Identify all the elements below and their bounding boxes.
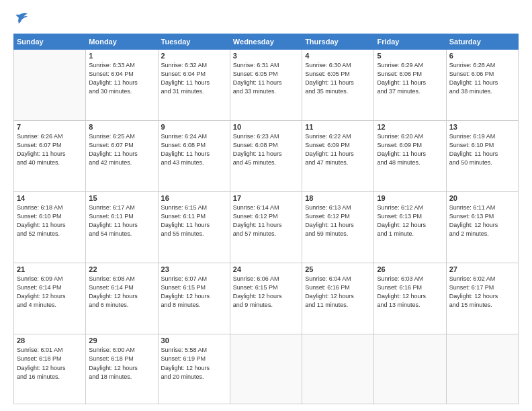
day-number: 11	[305, 123, 371, 131]
day-info: Sunrise: 6:12 AM Sunset: 6:13 PM Dayligh…	[377, 203, 443, 238]
day-number: 12	[377, 123, 443, 131]
day-info: Sunrise: 6:03 AM Sunset: 6:16 PM Dayligh…	[377, 275, 443, 310]
day-info: Sunrise: 6:17 AM Sunset: 6:11 PM Dayligh…	[89, 203, 154, 238]
calendar-cell: 22Sunrise: 6:08 AM Sunset: 6:14 PM Dayli…	[86, 263, 158, 334]
day-number: 15	[89, 194, 154, 202]
day-info: Sunrise: 6:08 AM Sunset: 6:14 PM Dayligh…	[89, 275, 154, 310]
day-info: Sunrise: 6:26 AM Sunset: 6:07 PM Dayligh…	[17, 132, 83, 167]
day-number: 20	[449, 194, 515, 202]
calendar-week-row: 28Sunrise: 6:01 AM Sunset: 6:18 PM Dayli…	[14, 334, 519, 404]
calendar-cell: 18Sunrise: 6:13 AM Sunset: 6:12 PM Dayli…	[302, 192, 374, 263]
day-number: 25	[305, 265, 371, 273]
day-number: 7	[17, 123, 83, 131]
calendar-cell: 19Sunrise: 6:12 AM Sunset: 6:13 PM Dayli…	[374, 192, 446, 263]
calendar-cell: 13Sunrise: 6:19 AM Sunset: 6:10 PM Dayli…	[446, 121, 518, 192]
calendar-header-thursday: Thursday	[302, 34, 374, 50]
calendar-cell: 6Sunrise: 6:28 AM Sunset: 6:06 PM Daylig…	[446, 50, 518, 121]
calendar-week-row: 21Sunrise: 6:09 AM Sunset: 6:14 PM Dayli…	[14, 263, 519, 334]
day-number: 10	[233, 123, 299, 131]
day-info: Sunrise: 6:15 AM Sunset: 6:11 PM Dayligh…	[161, 203, 227, 238]
day-info: Sunrise: 6:09 AM Sunset: 6:14 PM Dayligh…	[17, 275, 83, 310]
day-number: 30	[161, 336, 227, 345]
calendar-cell: 16Sunrise: 6:15 AM Sunset: 6:11 PM Dayli…	[158, 192, 230, 263]
calendar-week-row: 7Sunrise: 6:26 AM Sunset: 6:07 PM Daylig…	[14, 121, 519, 192]
calendar-header-saturday: Saturday	[446, 34, 518, 50]
calendar-cell: 27Sunrise: 6:02 AM Sunset: 6:17 PM Dayli…	[446, 263, 518, 334]
day-number: 21	[17, 265, 83, 273]
calendar-cell: 10Sunrise: 6:23 AM Sunset: 6:08 PM Dayli…	[230, 121, 302, 192]
calendar-header-row: SundayMondayTuesdayWednesdayThursdayFrid…	[14, 34, 519, 50]
calendar-header-monday: Monday	[86, 34, 158, 50]
calendar-cell: 9Sunrise: 6:24 AM Sunset: 6:08 PM Daylig…	[158, 121, 230, 192]
header	[13, 12, 519, 28]
day-info: Sunrise: 6:04 AM Sunset: 6:16 PM Dayligh…	[305, 275, 371, 310]
calendar-header-sunday: Sunday	[14, 34, 86, 50]
day-number: 23	[161, 265, 227, 273]
calendar-cell: 14Sunrise: 6:18 AM Sunset: 6:10 PM Dayli…	[14, 192, 86, 263]
calendar-cell: 4Sunrise: 6:30 AM Sunset: 6:05 PM Daylig…	[302, 50, 374, 121]
day-number: 8	[89, 123, 154, 131]
day-number: 13	[449, 123, 515, 131]
day-number: 16	[161, 194, 227, 202]
calendar-cell: 23Sunrise: 6:07 AM Sunset: 6:15 PM Dayli…	[158, 263, 230, 334]
calendar-cell: 2Sunrise: 6:32 AM Sunset: 6:04 PM Daylig…	[158, 50, 230, 121]
calendar-cell	[302, 334, 374, 404]
day-number: 27	[449, 265, 515, 273]
day-info: Sunrise: 6:32 AM Sunset: 6:04 PM Dayligh…	[161, 61, 227, 96]
day-info: Sunrise: 6:24 AM Sunset: 6:08 PM Dayligh…	[161, 132, 227, 167]
calendar-cell: 20Sunrise: 6:11 AM Sunset: 6:13 PM Dayli…	[446, 192, 518, 263]
day-info: Sunrise: 6:28 AM Sunset: 6:06 PM Dayligh…	[449, 61, 515, 96]
day-info: Sunrise: 6:11 AM Sunset: 6:13 PM Dayligh…	[449, 203, 515, 238]
calendar-cell: 21Sunrise: 6:09 AM Sunset: 6:14 PM Dayli…	[14, 263, 86, 334]
calendar-cell: 5Sunrise: 6:29 AM Sunset: 6:06 PM Daylig…	[374, 50, 446, 121]
calendar-cell: 8Sunrise: 6:25 AM Sunset: 6:07 PM Daylig…	[86, 121, 158, 192]
calendar-week-row: 1Sunrise: 6:33 AM Sunset: 6:04 PM Daylig…	[14, 50, 519, 121]
day-number: 29	[89, 336, 154, 345]
calendar-header-tuesday: Tuesday	[158, 34, 230, 50]
day-info: Sunrise: 6:31 AM Sunset: 6:05 PM Dayligh…	[233, 61, 299, 96]
calendar-cell: 24Sunrise: 6:06 AM Sunset: 6:15 PM Dayli…	[230, 263, 302, 334]
calendar-header-wednesday: Wednesday	[230, 34, 302, 50]
calendar-cell: 12Sunrise: 6:20 AM Sunset: 6:09 PM Dayli…	[374, 121, 446, 192]
day-number: 9	[161, 123, 227, 131]
day-number: 17	[233, 194, 299, 202]
day-number: 3	[233, 52, 299, 60]
day-number: 6	[449, 52, 515, 60]
calendar-header-friday: Friday	[374, 34, 446, 50]
calendar-cell	[374, 334, 446, 404]
day-number: 24	[233, 265, 299, 273]
day-info: Sunrise: 6:20 AM Sunset: 6:09 PM Dayligh…	[377, 132, 443, 167]
day-info: Sunrise: 6:23 AM Sunset: 6:08 PM Dayligh…	[233, 132, 299, 167]
calendar-cell: 17Sunrise: 6:14 AM Sunset: 6:12 PM Dayli…	[230, 192, 302, 263]
calendar-cell	[230, 334, 302, 404]
calendar-week-row: 14Sunrise: 6:18 AM Sunset: 6:10 PM Dayli…	[14, 192, 519, 263]
calendar-cell: 3Sunrise: 6:31 AM Sunset: 6:05 PM Daylig…	[230, 50, 302, 121]
day-number: 19	[377, 194, 443, 202]
day-info: Sunrise: 6:22 AM Sunset: 6:09 PM Dayligh…	[305, 132, 371, 167]
logo-bird-icon	[15, 11, 30, 26]
page: SundayMondayTuesdayWednesdayThursdayFrid…	[0, 0, 532, 411]
day-number: 5	[377, 52, 443, 60]
calendar-cell: 11Sunrise: 6:22 AM Sunset: 6:09 PM Dayli…	[302, 121, 374, 192]
day-number: 2	[161, 52, 227, 60]
day-info: Sunrise: 6:19 AM Sunset: 6:10 PM Dayligh…	[449, 132, 515, 167]
day-info: Sunrise: 6:18 AM Sunset: 6:10 PM Dayligh…	[17, 203, 83, 238]
day-info: Sunrise: 6:30 AM Sunset: 6:05 PM Dayligh…	[305, 61, 371, 96]
day-info: Sunrise: 6:07 AM Sunset: 6:15 PM Dayligh…	[161, 275, 227, 310]
calendar-cell: 29Sunrise: 6:00 AM Sunset: 6:18 PM Dayli…	[86, 334, 158, 404]
day-info: Sunrise: 6:14 AM Sunset: 6:12 PM Dayligh…	[233, 203, 299, 238]
day-info: Sunrise: 6:02 AM Sunset: 6:17 PM Dayligh…	[449, 275, 515, 310]
day-info: Sunrise: 6:25 AM Sunset: 6:07 PM Dayligh…	[89, 132, 154, 167]
day-number: 22	[89, 265, 154, 273]
calendar-cell	[446, 334, 518, 404]
calendar-cell: 25Sunrise: 6:04 AM Sunset: 6:16 PM Dayli…	[302, 263, 374, 334]
calendar-cell: 1Sunrise: 6:33 AM Sunset: 6:04 PM Daylig…	[86, 50, 158, 121]
day-info: Sunrise: 6:00 AM Sunset: 6:18 PM Dayligh…	[89, 346, 154, 381]
day-number: 26	[377, 265, 443, 273]
day-info: Sunrise: 6:29 AM Sunset: 6:06 PM Dayligh…	[377, 61, 443, 96]
calendar-cell: 30Sunrise: 5:58 AM Sunset: 6:19 PM Dayli…	[158, 334, 230, 404]
day-info: Sunrise: 6:01 AM Sunset: 6:18 PM Dayligh…	[17, 346, 83, 381]
day-number: 1	[89, 52, 154, 60]
day-info: Sunrise: 6:13 AM Sunset: 6:12 PM Dayligh…	[305, 203, 371, 238]
calendar-cell: 28Sunrise: 6:01 AM Sunset: 6:18 PM Dayli…	[14, 334, 86, 404]
